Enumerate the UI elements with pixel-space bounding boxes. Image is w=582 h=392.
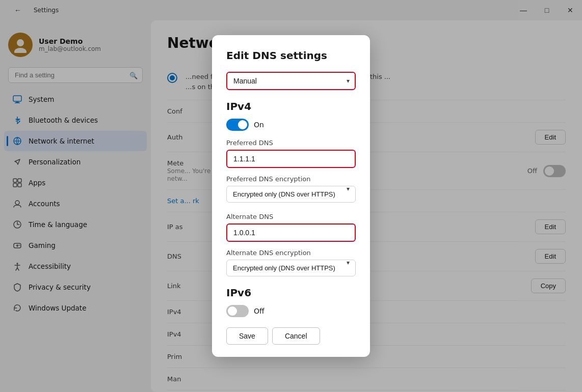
alternate-dns-enc-label: Alternate DNS encryption <box>226 249 356 257</box>
ipv6-toggle-label: Off <box>254 307 264 315</box>
ipv4-toggle[interactable] <box>226 119 249 131</box>
alternate-dns-enc-wrapper: Alternate DNS encryption Encrypted only … <box>226 249 356 276</box>
preferred-dns-wrapper: Preferred DNS <box>226 139 356 168</box>
alternate-dns-input[interactable] <box>226 223 356 242</box>
ipv6-toggle-row: Off <box>226 305 356 317</box>
modal-overlay[interactable]: Edit DNS settings Manual Automatic (DHCP… <box>0 0 582 392</box>
ipv6-section-title: IPv6 <box>226 287 356 299</box>
preferred-dns-label: Preferred DNS <box>226 139 356 147</box>
save-button[interactable]: Save <box>226 327 268 345</box>
dns-mode-wrapper: Manual Automatic (DHCP) ▾ <box>226 72 356 90</box>
preferred-dns-input[interactable] <box>226 150 356 168</box>
dns-mode-select[interactable]: Manual Automatic (DHCP) <box>226 72 356 90</box>
preferred-dns-enc-label: Preferred DNS encryption <box>226 175 356 183</box>
alternate-dns-wrapper: Alternate DNS <box>226 213 356 242</box>
ipv6-section: IPv6 Off <box>226 287 356 317</box>
preferred-dns-enc-wrapper: Preferred DNS encryption Encrypted only … <box>226 175 356 203</box>
alternate-dns-label: Alternate DNS <box>226 213 356 220</box>
ipv4-toggle-label: On <box>254 121 264 129</box>
preferred-dns-enc-select[interactable]: Encrypted only (DNS over HTTPS) Unencryp… <box>226 186 356 203</box>
edit-dns-dialog: Edit DNS settings Manual Automatic (DHCP… <box>212 35 370 357</box>
ipv6-toggle[interactable] <box>226 305 249 317</box>
dialog-title: Edit DNS settings <box>226 49 356 62</box>
alternate-dns-enc-select[interactable]: Encrypted only (DNS over HTTPS) Unencryp… <box>226 260 356 276</box>
ipv4-toggle-row: On <box>226 119 356 131</box>
dialog-footer: Save Cancel <box>226 327 356 345</box>
cancel-button[interactable]: Cancel <box>272 327 320 345</box>
ipv4-section-title: IPv4 <box>226 100 356 113</box>
